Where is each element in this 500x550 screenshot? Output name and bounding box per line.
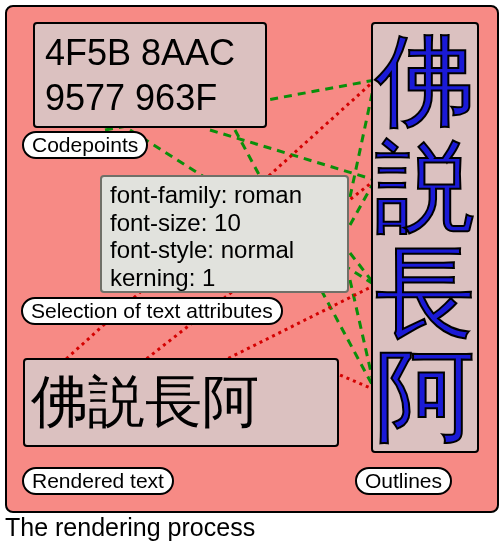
outline-glyph: 説: [375, 136, 475, 236]
diagram-container: 4F5B 8AAC 9577 963F font-family: roman f…: [0, 0, 500, 550]
outline-glyph: 長: [375, 242, 475, 342]
diagram-caption: The rendering process: [5, 513, 255, 542]
attributes-label: Selection of text attributes: [21, 297, 283, 325]
rendered-label: Rendered text: [22, 467, 174, 495]
attr-line: font-size: 10: [110, 209, 339, 237]
outlines-label: Outlines: [355, 467, 452, 495]
attributes-box: font-family: roman font-size: 10 font-st…: [100, 175, 349, 293]
codepoints-box: 4F5B 8AAC 9577 963F: [33, 22, 267, 128]
codepoint-line: 4F5B 8AAC: [45, 30, 255, 75]
outlines-box: 佛 説 長 阿: [371, 22, 479, 453]
attr-line: font-style: normal: [110, 236, 339, 264]
rendered-text-box: 佛説長阿: [23, 358, 339, 447]
outline-glyph: 阿: [375, 345, 475, 445]
attr-line: kerning: 1: [110, 264, 339, 292]
codepoints-label: Codepoints: [22, 131, 148, 159]
rendered-text: 佛説長阿: [31, 369, 259, 433]
codepoint-line: 9577 963F: [45, 75, 255, 120]
attr-line: font-family: roman: [110, 181, 339, 209]
outline-glyph: 佛: [375, 30, 475, 130]
